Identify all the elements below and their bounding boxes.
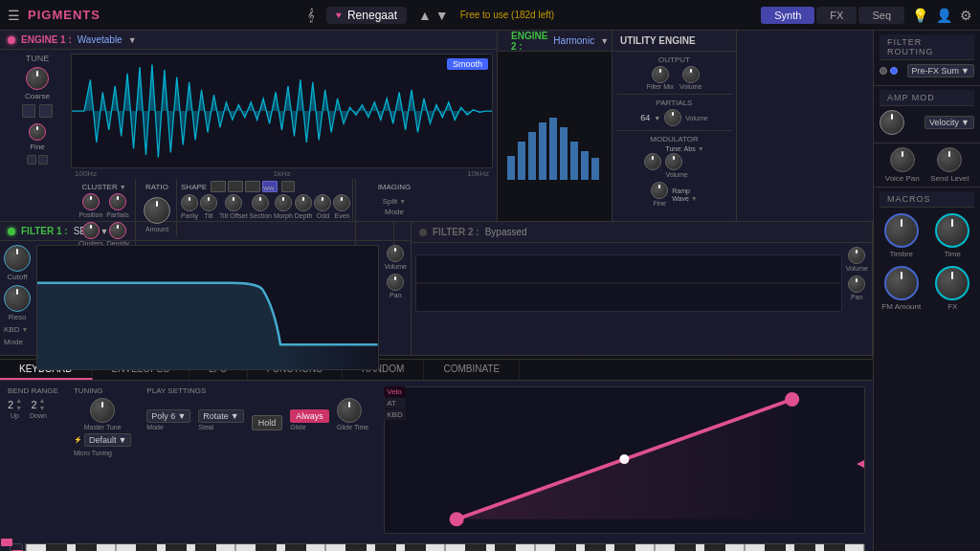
menu-icon[interactable]: ☰ xyxy=(8,8,20,23)
tab-fx[interactable]: FX xyxy=(816,7,857,24)
filter2-pan-knob[interactable] xyxy=(848,276,865,293)
black-key[interactable] xyxy=(704,544,725,551)
mod-slot-velo[interactable]: Velo xyxy=(0,356,36,359)
filter2-volume-knob[interactable] xyxy=(848,247,865,264)
black-key[interactable] xyxy=(555,544,576,551)
next-preset-button[interactable]: ▼ xyxy=(435,8,449,23)
user-icon[interactable]: 👤 xyxy=(936,8,952,23)
coarse-knob[interactable] xyxy=(26,67,49,90)
shape-more-btn[interactable] xyxy=(281,181,295,192)
fx-knob[interactable] xyxy=(935,266,969,300)
fine-knob[interactable] xyxy=(29,123,46,141)
morph-knob[interactable] xyxy=(275,194,292,211)
section-knob[interactable] xyxy=(252,194,269,211)
tab-synth[interactable]: Synth xyxy=(761,7,814,24)
cluster-dropdown-icon[interactable]: ▼ xyxy=(120,184,126,190)
engine2-dropdown-icon[interactable]: ▼ xyxy=(600,36,609,46)
tilt-knob[interactable] xyxy=(200,194,217,211)
black-key[interactable] xyxy=(136,544,157,551)
black-key[interactable] xyxy=(256,544,277,551)
shape-btn1[interactable] xyxy=(211,181,226,192)
hold-button[interactable]: Hold xyxy=(252,415,283,430)
routing-dot1[interactable] xyxy=(880,67,887,75)
engine1-dropdown-icon[interactable]: ▼ xyxy=(128,35,137,45)
send-level-knob[interactable] xyxy=(937,147,962,172)
partials-volume-knob[interactable] xyxy=(664,109,681,126)
bend-down-dec[interactable]: ▼ xyxy=(39,405,46,411)
glide-time-knob[interactable] xyxy=(337,398,362,423)
velocity-dropdown[interactable]: Velocity ▼ xyxy=(924,116,974,129)
black-key[interactable] xyxy=(824,544,845,551)
depth-knob[interactable] xyxy=(295,194,312,211)
black-key[interactable] xyxy=(405,544,426,551)
voice-pan-knob[interactable] xyxy=(890,147,915,172)
black-key[interactable] xyxy=(675,544,696,551)
master-tune-knob[interactable] xyxy=(90,398,115,423)
shape-btn-ww[interactable]: WW xyxy=(262,181,278,192)
poly-dropdown[interactable]: Poly 6 ▼ xyxy=(146,409,190,423)
mod-slot-m-3[interactable]: M 3 xyxy=(800,356,836,359)
tab-seq[interactable]: Seq xyxy=(858,7,904,24)
amount-knob[interactable] xyxy=(144,197,170,224)
density-knob[interactable] xyxy=(109,222,126,239)
black-key[interactable] xyxy=(375,544,396,551)
bend-up-dec[interactable]: ▼ xyxy=(15,405,22,411)
timbre-knob[interactable] xyxy=(884,213,919,248)
black-key[interactable] xyxy=(465,544,486,551)
mod-slot-m-4[interactable]: M 4 xyxy=(836,356,873,359)
tune-option1[interactable] xyxy=(22,104,35,118)
micro-tuning-dropdown[interactable]: Default ▼ xyxy=(84,433,131,447)
black-key[interactable] xyxy=(285,544,306,551)
black-key[interactable] xyxy=(345,544,367,551)
rotate-dropdown[interactable]: Rotate ▼ xyxy=(198,409,243,423)
volume-knob2[interactable] xyxy=(665,153,682,170)
position-knob[interactable] xyxy=(82,193,100,210)
engine1-power-led[interactable] xyxy=(8,36,15,44)
tune-mini2[interactable] xyxy=(38,155,48,165)
filter1-pan-knob[interactable] xyxy=(387,274,404,291)
black-key[interactable] xyxy=(585,544,606,551)
always-button[interactable]: Always xyxy=(290,409,329,423)
routing-dropdown[interactable]: Pre-FX Sum ▼ xyxy=(907,64,974,77)
mod-slot-func-3[interactable]: Func 3 xyxy=(473,356,509,359)
black-key[interactable] xyxy=(166,544,187,551)
modulator-knob[interactable] xyxy=(644,153,661,170)
piano-keyboard[interactable] xyxy=(25,543,865,551)
black-key[interactable] xyxy=(765,544,786,551)
time-knob[interactable] xyxy=(935,213,969,248)
tuning-power-icon[interactable]: ⚡ xyxy=(74,436,82,444)
shape-btn3[interactable] xyxy=(245,181,260,192)
mod-slot-m-1[interactable]: M 1 xyxy=(727,356,764,359)
black-key[interactable] xyxy=(794,544,815,551)
output-volume-knob[interactable] xyxy=(682,66,700,83)
tune-option2[interactable] xyxy=(39,104,53,118)
parity-knob[interactable] xyxy=(181,194,198,211)
bend-down-inc[interactable]: ▲ xyxy=(39,397,46,404)
settings-icon[interactable]: ⚙ xyxy=(960,8,972,23)
reso-knob[interactable] xyxy=(4,285,31,312)
mod-slot-rand-1[interactable]: Rand 1 xyxy=(509,356,546,359)
mod-slot-m-2[interactable]: M 2 xyxy=(764,356,800,359)
tab-combinate[interactable]: COMBINATE xyxy=(424,360,520,380)
mod-slot-func-1[interactable]: Func 1 xyxy=(400,356,436,359)
mod-slot-comb-2[interactable]: Comb 2 xyxy=(655,356,691,359)
fine-knob2[interactable] xyxy=(651,182,668,199)
mod-slot-comb-3[interactable]: Comb 3 xyxy=(691,356,727,359)
partials-dropdown-icon[interactable]: ▼ xyxy=(654,115,660,121)
filter1-volume-knob[interactable] xyxy=(387,245,404,262)
black-key[interactable] xyxy=(46,544,67,551)
tilt-offset-knob[interactable] xyxy=(225,194,242,211)
light-icon[interactable]: 💡 xyxy=(912,8,928,23)
preset-display[interactable]: ♥ Renegaat xyxy=(326,7,407,24)
smooth-button[interactable]: Smooth xyxy=(447,58,488,70)
partials-knob[interactable] xyxy=(109,193,126,210)
routing-dot2[interactable] xyxy=(890,67,898,75)
black-key[interactable] xyxy=(495,544,516,551)
bend-up-inc[interactable]: ▲ xyxy=(15,397,22,404)
shape-btn2[interactable] xyxy=(228,181,243,192)
mod-slot-rand-3[interactable]: Rand 3 xyxy=(582,356,618,359)
odd-knob[interactable] xyxy=(314,194,331,211)
favorite-icon[interactable]: ♥ xyxy=(336,10,342,20)
filter1-power-led[interactable] xyxy=(8,228,15,235)
black-key[interactable] xyxy=(76,544,97,551)
